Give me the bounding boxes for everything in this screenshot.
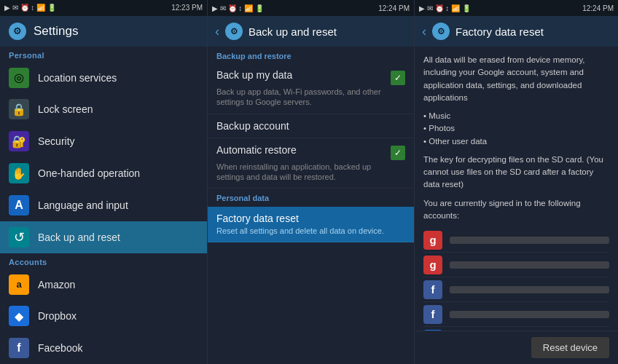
sidebar-item-amazon[interactable]: a Amazon (0, 269, 207, 301)
account-blurred-4 (450, 311, 609, 318)
status-bar-right-panel: ▶ ✉ ⏰ ↕ 📶 🔋 12:24 PM (415, 0, 618, 16)
reset-button-area: Reset device (415, 331, 618, 364)
status-icons-left: ▶ ✉ ⏰ ↕ 📶 🔋 (4, 4, 56, 12)
accounts-list: g g f f ✦ (423, 228, 609, 331)
back-arrow-right[interactable]: ‹ (422, 24, 426, 39)
settings-header: ⚙ Settings (0, 16, 207, 47)
sidebar-item-language[interactable]: A Language and input (0, 189, 207, 221)
sidebar-item-label-language: Language and input (38, 199, 128, 211)
backup-my-data-desc: Back up app data, Wi-Fi passwords, and o… (216, 87, 405, 108)
facebook-icon: f (9, 338, 29, 358)
automatic-restore-item[interactable]: Automatic restore ✓ When reinstalling an… (208, 138, 414, 189)
backup-icon: ↺ (9, 227, 29, 248)
sidebar-item-security[interactable]: 🔐 Security (0, 125, 207, 157)
account-row-google-2: g (423, 253, 609, 277)
status-bar-middle-panel: ▶ ✉ ⏰ ↕ 📶 🔋 12:24 PM (208, 0, 414, 16)
right-panel-title: Factory data reset (455, 25, 544, 38)
accounts-note: You are currently signed in to the follo… (423, 197, 609, 223)
middle-panel: ▶ ✉ ⏰ ↕ 📶 🔋 12:24 PM ‹ ⚙ Back up and res… (208, 0, 415, 364)
sidebar-item-label-lock: Lock screen (38, 103, 93, 115)
facebook-acc-icon-1: f (423, 280, 442, 299)
backup-restore-label: Backup and restore (208, 47, 414, 63)
middle-header-gear-icon: ⚙ (225, 23, 243, 40)
right-panel-header: ‹ ⚙ Factory data reset (415, 16, 618, 47)
sd-card-note: The key for decrypting files on the SD c… (423, 154, 609, 191)
sidebar-item-onehand[interactable]: ✋ One-handed operation (0, 157, 207, 189)
settings-gear-icon: ⚙ (9, 23, 26, 40)
signal-icons-right: ▶ ✉ ⏰ ↕ 📶 🔋 (419, 4, 471, 12)
settings-title: Settings (34, 24, 78, 39)
dropbox-icon: ◆ (9, 306, 29, 326)
account-row-facebook-2: f (423, 302, 609, 327)
lock-icon: 🔒 (9, 99, 29, 119)
status-icons-middle: ▶ ✉ ⏰ ↕ 📶 🔋 (212, 4, 264, 12)
automatic-restore-title: Automatic restore (216, 144, 297, 156)
sidebar-item-lock[interactable]: 🔒 Lock screen (0, 94, 207, 126)
backup-my-data-item[interactable]: Back up my data ✓ Back up app data, Wi-F… (208, 63, 414, 114)
factory-reset-title: Factory data reset (216, 213, 405, 224)
status-bar-left-panel: ▶ ✉ ⏰ ↕ 📶 🔋 12:23 PM (0, 0, 207, 16)
sidebar-item-facebook[interactable]: f Facebook (0, 332, 207, 364)
automatic-restore-checkbox[interactable]: ✓ (391, 146, 405, 160)
sidebar-item-location[interactable]: ◎ Location services (0, 62, 207, 94)
personal-data-label: Personal data (208, 189, 414, 205)
sidebar-item-label-security: Security (38, 135, 75, 147)
middle-panel-title: Back up and reset (249, 25, 337, 38)
backup-my-data-checkbox[interactable]: ✓ (391, 71, 405, 85)
location-icon: ◎ (9, 68, 29, 88)
bullet-items: • Music • Photos • Other user data (423, 110, 609, 148)
section-personal-label: Personal (0, 47, 207, 62)
account-row-facebook-1: f (423, 277, 609, 302)
onehand-icon: ✋ (9, 163, 29, 183)
google-icon-1: g (423, 231, 442, 250)
account-blurred-1 (450, 237, 609, 244)
sidebar-item-label-facebook: Facebook (38, 342, 82, 354)
account-blurred-3 (450, 286, 609, 293)
facebook-acc-icon-2: f (423, 305, 442, 324)
signal-icons-middle: ▶ ✉ ⏰ ↕ 📶 🔋 (212, 4, 264, 12)
status-time-middle: 12:24 PM (378, 4, 410, 12)
security-icon: 🔐 (9, 131, 29, 151)
amazon-icon: a (9, 274, 29, 295)
sidebar-item-label-backup: Back up and reset (38, 232, 120, 243)
sidebar-item-backup[interactable]: ↺ Back up and reset (0, 221, 207, 253)
backup-account-item[interactable]: Backup account (208, 114, 414, 138)
right-panel: ▶ ✉ ⏰ ↕ 📶 🔋 12:24 PM ‹ ⚙ Factory data re… (415, 0, 618, 364)
factory-reset-description: All data will be erased from device memo… (423, 54, 609, 104)
middle-panel-header: ‹ ⚙ Back up and reset (208, 16, 414, 47)
language-icon: A (9, 195, 29, 215)
backup-my-data-title: Back up my data (216, 69, 292, 81)
reset-device-button[interactable]: Reset device (531, 337, 609, 358)
sidebar-item-label-location: Location services (38, 72, 117, 84)
factory-reset-desc: Reset all settings and delete all data o… (216, 226, 405, 236)
account-blurred-2 (450, 261, 609, 269)
signal-icon: ▶ ✉ ⏰ ↕ 📶 🔋 (4, 4, 56, 12)
factory-reset-item[interactable]: Factory data reset Reset all settings an… (208, 207, 414, 242)
left-panel: ▶ ✉ ⏰ ↕ 📶 🔋 12:23 PM ⚙ Settings Personal… (0, 0, 208, 364)
sidebar-item-dropbox[interactable]: ◆ Dropbox (0, 300, 207, 332)
account-row-google-1: g (423, 228, 609, 253)
section-accounts-label: Accounts (0, 253, 207, 269)
right-header-gear-icon: ⚙ (432, 23, 450, 40)
sidebar-item-label-dropbox: Dropbox (38, 310, 77, 322)
back-arrow-middle[interactable]: ‹ (215, 24, 219, 39)
backup-account-title: Backup account (216, 120, 289, 132)
right-panel-content: All data will be erased from device memo… (415, 47, 618, 331)
status-icons-right: ▶ ✉ ⏰ ↕ 📶 🔋 (419, 4, 471, 12)
status-time-right: 12:24 PM (582, 4, 614, 12)
sidebar-item-label-amazon: Amazon (38, 279, 75, 290)
google-icon-2: g (423, 256, 442, 274)
automatic-restore-desc: When reinstalling an application, backed… (216, 162, 405, 183)
status-time-left: 12:23 PM (171, 4, 203, 12)
sidebar-item-label-onehand: One-handed operation (38, 167, 140, 179)
